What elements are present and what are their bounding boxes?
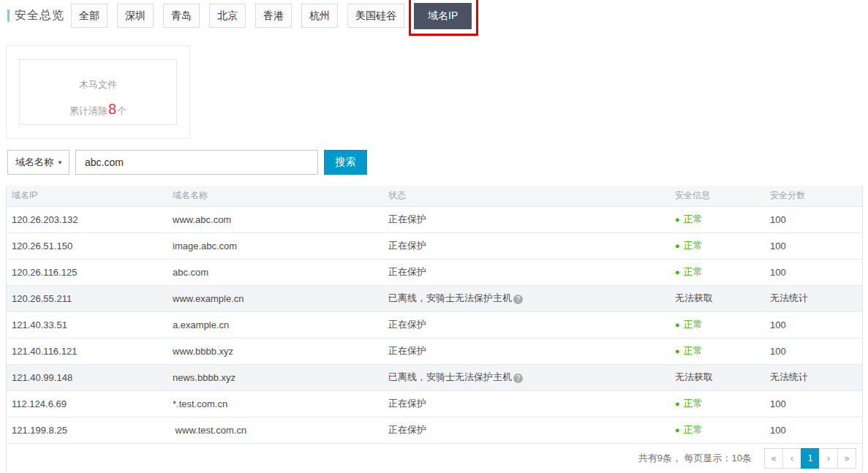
cell-security-info: ●正常 <box>670 417 765 443</box>
cell-domain-name: *.test.com.cn <box>167 390 383 417</box>
domain-table-panel: 域名IP域名名称状态安全信息安全分数 120.26.203.132www.abc… <box>6 186 863 473</box>
search-type-selected-value: 域名名称 <box>15 156 53 169</box>
help-icon[interactable]: ? <box>513 295 523 304</box>
search-button[interactable]: 搜索 <box>324 150 367 175</box>
trojan-summary-panel: 木马文件 累计清除8个 <box>6 45 190 139</box>
status-normal-label: 正常 <box>684 424 703 435</box>
cell-domain-name: news.bbbb.xyz <box>167 364 383 390</box>
region-tabs: 全部深圳青岛北京香港杭州美国硅谷域名IP <box>71 4 481 29</box>
page-next-button[interactable]: › <box>819 448 838 469</box>
cell-status: 正在保护 <box>383 259 670 285</box>
status-normal-label: 正常 <box>684 345 703 356</box>
status-normal-label: 正常 <box>684 398 703 409</box>
search-input[interactable] <box>75 150 318 175</box>
cell-security-info: ●正常 <box>670 259 765 285</box>
cell-domain-ip: 120.26.116.125 <box>7 259 167 285</box>
cell-status: 正在保护 <box>383 338 670 364</box>
page-last-button[interactable]: » <box>837 448 856 469</box>
help-icon[interactable]: ? <box>513 374 523 383</box>
tab-wrap: 香港 <box>255 4 292 28</box>
page-prev-button[interactable]: ‹ <box>782 448 801 469</box>
topbar: 安全总览 全部深圳青岛北京香港杭州美国硅谷域名IP <box>7 4 868 29</box>
cell-domain-ip: 120.26.203.132 <box>7 206 167 232</box>
trojan-summary-card: 木马文件 累计清除8个 <box>19 59 177 125</box>
column-header-2: 状态 <box>383 186 670 206</box>
domain-table-body: 120.26.203.132www.abc.com正在保护●正常100120.2… <box>7 206 862 443</box>
cell-security-score: 100 <box>765 390 862 417</box>
search-type-select[interactable]: 域名名称 ▼ <box>7 150 69 175</box>
domain-ip-security-page: 安全总览 全部深圳青岛北京香港杭州美国硅谷域名IP 木马文件 累计清除8个 域名… <box>0 4 868 473</box>
cell-status: 已离线，安骑士无法保护主机? <box>383 364 670 390</box>
cell-domain-ip: 121.40.99.148 <box>7 364 167 390</box>
cell-domain-name: www.example.cn <box>167 285 383 311</box>
cell-status: 正在保护 <box>383 417 670 443</box>
tab-5[interactable]: 杭州 <box>301 4 338 28</box>
tab-wrap: 北京 <box>209 4 246 28</box>
column-header-4: 安全分数 <box>765 186 862 206</box>
cell-domain-name: abc.com <box>167 259 383 285</box>
stat-value: 8 <box>108 101 116 117</box>
table-row: 120.26.203.132www.abc.com正在保护●正常100 <box>7 206 862 232</box>
cell-domain-ip: 112.124.6.69 <box>7 390 167 417</box>
cell-security-info: ●正常 <box>670 232 765 259</box>
table-footer: 共有9条， 每页显示：10条 «‹1›» <box>7 444 862 473</box>
pagination-summary: 共有9条， 每页显示：10条 <box>638 452 752 465</box>
table-row: 121.40.33.51a.example.cn正在保护●正常100 <box>7 311 862 338</box>
search-row: 域名名称 ▼ 搜索 <box>7 150 868 175</box>
tab-wrap: 全部 <box>71 4 107 28</box>
tab-wrap: 美国硅谷 <box>347 4 404 28</box>
cell-domain-name: www.test.com.cn <box>167 417 383 443</box>
status-normal-label: 正常 <box>684 319 703 330</box>
stat-prefix: 累计清除 <box>69 105 107 116</box>
table-row: 120.26.51.150image.abc.com正在保护●正常100 <box>7 232 862 259</box>
cell-security-score: 100 <box>765 259 862 285</box>
trojan-card-stat: 累计清除8个 <box>20 101 176 118</box>
cell-domain-name: a.example.cn <box>167 311 383 338</box>
tab-2[interactable]: 青岛 <box>163 4 200 28</box>
cell-domain-ip: 120.26.51.150 <box>7 232 167 259</box>
cell-domain-name: www.abc.com <box>167 206 383 232</box>
tab-wrap: 深圳 <box>117 4 154 28</box>
page-first-button[interactable]: « <box>764 448 783 469</box>
column-header-1: 域名名称 <box>167 186 383 206</box>
cell-security-info: ●正常 <box>670 390 765 417</box>
table-row: 120.26.116.125abc.com正在保护●正常100 <box>7 259 862 285</box>
cell-security-info: 无法获取 <box>670 364 765 390</box>
tab-wrap: 杭州 <box>301 4 338 28</box>
status-dot-icon: ● <box>675 399 680 408</box>
table-row: 121.199.8.25 www.test.com.cn正在保护●正常100 <box>7 417 862 443</box>
tab-wrap: 青岛 <box>163 4 200 28</box>
status-dot-icon: ● <box>675 215 680 224</box>
cell-status: 正在保护 <box>383 206 670 232</box>
status-dot-icon: ● <box>675 425 680 434</box>
page-title: 安全总览 <box>15 8 64 23</box>
table-row: 120.26.55.211www.example.cn已离线，安骑士无法保护主机… <box>7 285 862 311</box>
cell-domain-ip: 121.40.116.121 <box>7 338 167 364</box>
chevron-down-icon: ▼ <box>57 159 63 166</box>
table-row: 121.40.99.148news.bbbb.xyz已离线，安骑士无法保护主机?… <box>7 364 862 390</box>
status-normal-label: 正常 <box>684 213 703 224</box>
cell-domain-name: www.bbbb.xyz <box>167 338 383 364</box>
cell-security-info: 无法获取 <box>670 285 765 311</box>
tab-4[interactable]: 香港 <box>255 4 292 28</box>
table-row: 112.124.6.69*.test.com.cn正在保护●正常100 <box>7 390 862 417</box>
status-dot-icon: ● <box>675 347 680 355</box>
trojan-card-title: 木马文件 <box>20 78 176 91</box>
status-normal-label: 正常 <box>684 240 703 251</box>
cell-security-score: 100 <box>765 311 862 338</box>
tab-6[interactable]: 美国硅谷 <box>347 4 404 28</box>
tab-7[interactable]: 域名IP <box>414 3 472 29</box>
page-number-button[interactable]: 1 <box>801 448 820 469</box>
cell-status: 正在保护 <box>383 390 670 417</box>
cell-security-info: ●正常 <box>670 206 765 232</box>
status-dot-icon: ● <box>675 268 680 276</box>
cell-status: 正在保护 <box>383 232 670 259</box>
tab-3[interactable]: 北京 <box>209 4 246 28</box>
cell-domain-ip: 121.40.33.51 <box>7 311 167 338</box>
cell-security-score: 100 <box>765 232 862 259</box>
tab-0[interactable]: 全部 <box>71 4 107 28</box>
tab-1[interactable]: 深圳 <box>117 4 154 28</box>
cell-security-score: 无法统计 <box>765 364 862 390</box>
cell-security-info: ●正常 <box>670 338 765 364</box>
cell-status: 已离线，安骑士无法保护主机? <box>383 285 670 311</box>
